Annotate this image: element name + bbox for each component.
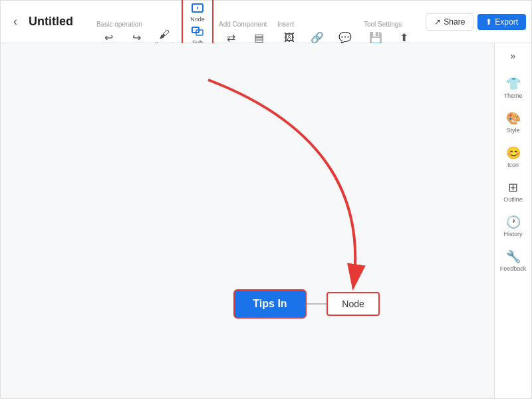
link-icon: 🔗 — [311, 33, 324, 43]
history-label: History — [503, 231, 522, 237]
panel-collapse-button[interactable]: » — [500, 46, 527, 66]
app-container: ‹ Untitled Basic operation ↩ Undo ↪ Redo… — [0, 0, 532, 399]
format-painter-icon: 🖌 — [159, 29, 170, 40]
outline-icon: ⊞ — [508, 180, 518, 195]
export-label: Export — [495, 17, 518, 27]
section-label-basic: Basic operation — [95, 21, 142, 28]
panel-item-history[interactable]: 🕐 History — [497, 209, 530, 243]
panel-item-style[interactable]: 🎨 Style — [497, 106, 530, 139]
back-button[interactable]: ‹ — [6, 13, 25, 31]
node-tips-in[interactable]: Tips In — [233, 289, 307, 319]
mindmap-container: Tips In Node — [1, 43, 494, 398]
collapse-panel-icon: » — [511, 51, 516, 61]
toolbar: ‹ Untitled Basic operation ↩ Undo ↪ Redo… — [1, 1, 531, 43]
style-icon: 🎨 — [506, 111, 521, 126]
section-label-insert: Insert — [276, 21, 294, 28]
arrow-svg — [1, 43, 494, 398]
undo-icon: ↩ — [104, 33, 113, 43]
node-node[interactable]: Node — [327, 292, 380, 316]
right-panel: » 👕 Theme 🎨 Style 😊 Icon ⊞ Outline 🕐 His… — [494, 43, 531, 398]
panel-item-feedback[interactable]: 🔧 Feedback — [497, 244, 530, 277]
summary-icon: ▤ — [254, 33, 264, 43]
image-icon: 🖼 — [284, 33, 295, 43]
export-icon: ⬆ — [485, 17, 492, 27]
node-icon — [192, 3, 203, 15]
feedback-label: Feedback — [500, 265, 527, 272]
outline-label: Outline — [503, 196, 523, 203]
section-label-add-component: Add Component — [217, 21, 267, 28]
history-icon: 🕐 — [506, 215, 521, 229]
comments-icon: 💬 — [338, 33, 352, 43]
sub-node-icon — [192, 27, 203, 38]
panel-item-outline[interactable]: ⊞ Outline — [497, 175, 530, 208]
export-button[interactable]: ⬆ Export — [477, 14, 526, 30]
connector-svg — [1, 43, 494, 398]
document-title: Untitled — [29, 15, 82, 29]
node-node-label: Node — [342, 299, 364, 309]
collapse-icon: ⬆ — [400, 33, 408, 43]
canvas-area[interactable]: Tips In Node — [1, 43, 494, 398]
theme-label: Theme — [503, 92, 522, 99]
relation-icon: ⇄ — [227, 33, 235, 43]
panel-item-theme[interactable]: 👕 Theme — [497, 71, 530, 104]
node-label: Node — [190, 16, 205, 23]
share-icon: ↗ — [434, 17, 441, 27]
panel-item-icon[interactable]: 😊 Icon — [497, 140, 530, 174]
toolbar-right: ↗ Share ⬆ Export — [426, 13, 526, 31]
main-area: Tips In Node » 👕 Theme 🎨 Style — [1, 43, 531, 398]
feedback-icon: 🔧 — [506, 249, 521, 264]
share-button[interactable]: ↗ Share — [426, 13, 473, 31]
icon-icon: 😊 — [506, 146, 521, 160]
style-label: Style — [506, 127, 519, 134]
redo-icon: ↪ — [132, 33, 141, 43]
tips-in-label: Tips In — [253, 298, 287, 310]
share-label: Share — [444, 17, 465, 27]
section-label-tool-settings: Tool Settings — [362, 21, 402, 28]
node-button[interactable]: Node — [184, 0, 211, 25]
icon-label: Icon — [507, 162, 519, 168]
save-icon: 💾 — [369, 33, 382, 43]
theme-icon: 👕 — [506, 76, 521, 91]
